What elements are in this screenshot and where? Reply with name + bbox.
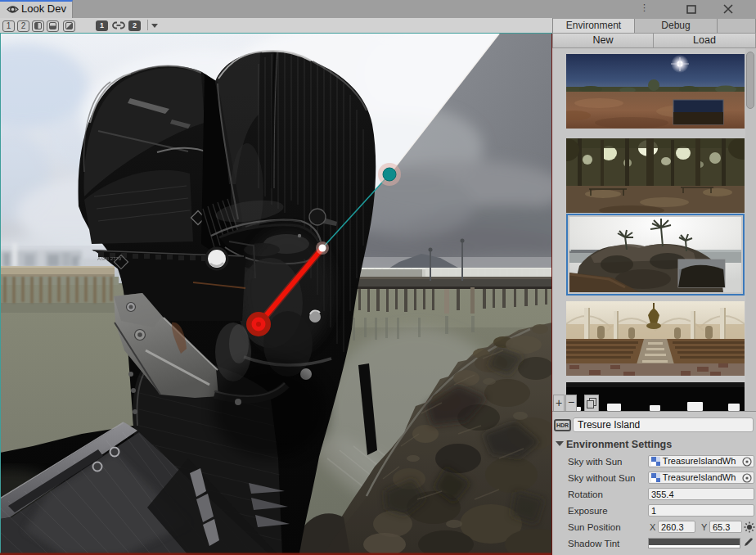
svg-text:ASNI 2770: ASNI 2770 bbox=[97, 256, 122, 261]
